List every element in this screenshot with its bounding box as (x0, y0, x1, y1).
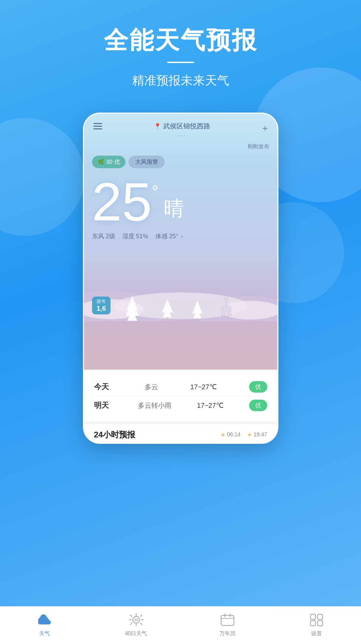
tomorrow-forecast-row: 明天 多云转小雨 17~27℃ 优 (94, 396, 267, 415)
nav-calendar-label: 万年历 (219, 630, 236, 637)
nav-weather-label: 天气 (39, 630, 50, 637)
sunrise-item: ☀ 06:14 (220, 432, 240, 438)
location-pin-icon: 📍 (154, 123, 161, 130)
page-header: 全能天气预报 精准预报未来天气 (0, 0, 361, 102)
nav-calendar-icon-area (219, 611, 236, 628)
add-location-button[interactable]: + (261, 122, 269, 135)
aqi-badge: 🌿 30 优 (92, 156, 126, 168)
weather-condition: 晴 (164, 195, 184, 222)
svg-rect-19 (223, 313, 225, 316)
nav-settings-label: 设置 (311, 630, 322, 637)
weather-details-row[interactable]: 东风 2级 湿度 51% 体感 25° › (92, 232, 269, 240)
svg-rect-12 (166, 317, 168, 321)
page-title: 全能天气预报 (13, 27, 348, 54)
tomorrow-label: 明天 (94, 400, 121, 410)
sun-40-icon: 40 (128, 613, 144, 626)
svg-rect-45 (310, 614, 315, 619)
tomorrow-quality: 优 (249, 400, 267, 411)
svg-text:40: 40 (134, 618, 138, 622)
svg-rect-47 (310, 621, 315, 626)
today-condition: 多云 (145, 382, 158, 392)
leaf-icon: 🌿 (97, 159, 104, 165)
publish-time: 刚刚发布 (92, 143, 269, 150)
sunset-time: 19:47 (253, 432, 267, 438)
tomorrow-temp: 17~27℃ (188, 401, 232, 409)
svg-rect-48 (318, 621, 323, 626)
menu-button[interactable] (92, 122, 103, 131)
svg-rect-30 (38, 620, 51, 624)
today-label: 今天 (94, 382, 121, 392)
location-area: 📍 武侯区锦悦西路 ··· (154, 122, 210, 139)
humidity-info: 湿度 51% (122, 232, 148, 240)
today-forecast-row: 今天 多云 17~27℃ 优 (94, 378, 267, 396)
location-name: 武侯区锦悦西路 (163, 122, 210, 131)
svg-line-36 (141, 623, 142, 624)
location-dots: ··· (178, 132, 186, 139)
wind-info: 东风 2级 (92, 232, 115, 240)
svg-line-35 (130, 615, 132, 616)
svg-line-38 (130, 623, 132, 624)
nav-weather-icon-area (36, 611, 53, 628)
license-plate-badge: 限号 1,6 (92, 297, 111, 314)
phone-container: 📍 武侯区锦悦西路 ··· + 刚刚发布 🌿 30 优 大风预警 (0, 102, 361, 444)
landscape-illustration: 限号 1,6 (84, 254, 277, 321)
title-divider (167, 62, 194, 63)
page-subtitle: 精准预报未来天气 (13, 72, 348, 89)
aqi-level: 优 (114, 158, 120, 166)
nav-forecast40-icon-area: 40 (128, 611, 145, 628)
feels-like-info: 体感 25° (155, 232, 178, 240)
svg-rect-41 (221, 615, 234, 625)
plate-numbers: 1,6 (97, 305, 106, 312)
separator2 (151, 233, 153, 240)
temperature-value: 25 (92, 175, 152, 229)
nav-item-settings[interactable]: 设置 (308, 611, 325, 637)
info-badges: 🌿 30 优 大风预警 (92, 156, 269, 168)
warning-badge: 大风预警 (129, 156, 164, 168)
svg-point-29 (40, 614, 47, 621)
forecast-section: 今天 多云 17~27℃ 优 明天 多云转小雨 17~27℃ 优 (84, 370, 277, 421)
calendar-icon (220, 613, 235, 626)
svg-rect-17 (224, 301, 228, 307)
svg-rect-21 (230, 313, 231, 316)
svg-rect-16 (220, 306, 231, 313)
tomorrow-condition: 多云转小雨 (138, 401, 172, 410)
phone-topbar: 📍 武侯区锦悦西路 ··· + (92, 122, 269, 139)
sunrise-icon: ☀ (220, 432, 225, 438)
today-quality: 优 (249, 381, 267, 393)
plate-label: 限号 (97, 299, 106, 305)
chevron-right-icon: › (181, 233, 183, 240)
cloud-icon (36, 613, 53, 626)
sunset-icon: ☀ (247, 432, 252, 438)
sun-times: ☀ 06:14 ☀ 19:47 (220, 432, 267, 438)
today-temp: 17~27℃ (182, 383, 225, 391)
phone-screen: 📍 武侯区锦悦西路 ··· + 刚刚发布 🌿 30 优 大风预警 (84, 114, 277, 370)
degree-symbol: ° (152, 182, 158, 201)
forecast-24h-title: 24小时预报 (94, 429, 136, 440)
aqi-value: 30 (106, 159, 113, 165)
separator1 (118, 233, 120, 240)
forecast-24h-header: 24小时预报 ☀ 06:14 ☀ 19:47 (84, 421, 277, 443)
nav-item-calendar[interactable]: 万年历 (219, 611, 236, 637)
phone-frame: 📍 武侯区锦悦西路 ··· + 刚刚发布 🌿 30 优 大风预警 (83, 113, 278, 444)
svg-rect-46 (318, 614, 323, 619)
svg-rect-9 (131, 321, 133, 321)
sunrise-time: 06:14 (227, 432, 240, 438)
location-row: 📍 武侯区锦悦西路 (154, 122, 210, 131)
nav-item-forecast40[interactable]: 40 40日天气 (125, 611, 147, 637)
nav-item-weather[interactable]: 天气 (36, 611, 53, 637)
nav-settings-icon-area (308, 611, 325, 628)
svg-rect-18 (221, 313, 223, 316)
svg-rect-15 (196, 318, 198, 321)
bottom-nav: 天气 40 (0, 606, 361, 644)
grid-icon (309, 613, 324, 626)
sunset-item: ☀ 19:47 (247, 432, 267, 438)
temperature-display: 25 ° 晴 (92, 175, 269, 229)
nav-forecast40-label: 40日天气 (125, 630, 147, 637)
svg-line-37 (141, 615, 142, 616)
svg-rect-20 (227, 313, 229, 316)
